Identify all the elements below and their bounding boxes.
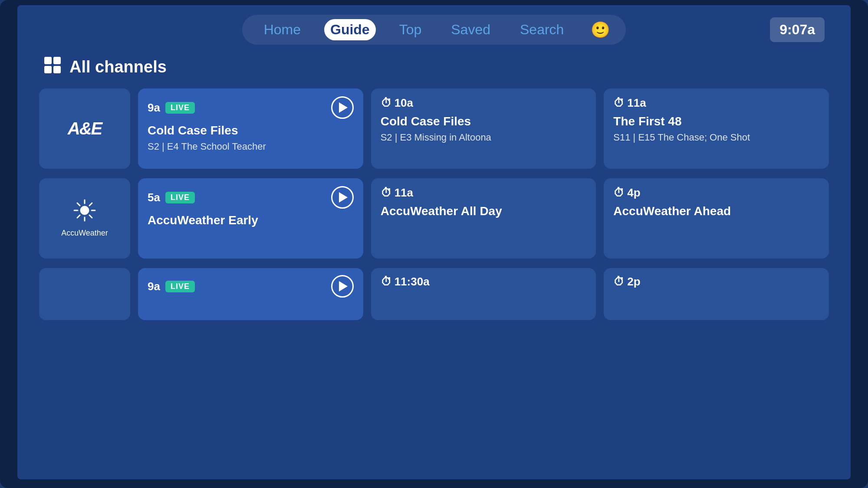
aw-4p-title: AccuWeather Ahead — [613, 204, 819, 219]
svg-rect-2 — [44, 66, 52, 73]
ae-10a-title: Cold Case Files — [381, 114, 587, 129]
aw-11a-time-text: 11a — [395, 186, 413, 200]
aw-play-triangle — [339, 192, 348, 203]
ae-10a-time: ⏱ 10a — [381, 96, 413, 110]
partial-1130a-time-text: 11:30a — [395, 275, 430, 288]
svg-line-12 — [77, 215, 80, 218]
svg-rect-1 — [53, 57, 61, 64]
clock-icon-p1130: ⏱ — [381, 275, 392, 288]
aw-5a-header: 5a LIVE — [148, 186, 354, 209]
aw-5a-time: 5a — [148, 191, 160, 204]
aw-4p-time: ⏱ 4p — [613, 186, 640, 200]
ae-logo-text: A&E — [68, 119, 102, 138]
svg-point-4 — [80, 206, 89, 215]
nav-home[interactable]: Home — [258, 19, 307, 40]
channel-logo-partial[interactable] — [39, 268, 130, 320]
channels-header: All channels — [17, 52, 851, 88]
tv-frame: Home Guide Top Saved Search 🙂 9:07a All … — [0, 0, 868, 488]
ae-program-live[interactable]: 9a LIVE Cold Case Files S2 | E4 The Scho… — [138, 88, 363, 169]
partial-play-triangle — [339, 281, 348, 291]
channel-row-partial: 9a LIVE ⏱ 11:30a — [39, 268, 829, 320]
partial-play-button[interactable] — [331, 275, 354, 298]
ae-program-11a[interactable]: ⏱ 11a The First 48 S11 | E15 The Chase; … — [604, 88, 829, 169]
nav-bar: Home Guide Top Saved Search 🙂 9:07a — [17, 5, 851, 52]
channel-grid: A&E 9a LIVE Cold Case Files S2 | E4 — [17, 88, 851, 320]
channel-logo-accuweather[interactable]: AccuWeather — [39, 178, 130, 259]
ae-live-episode: S2 | E4 The School Teacher — [148, 141, 354, 153]
ae-program-10a[interactable]: ⏱ 10a Cold Case Files S2 | E3 Missing in… — [371, 88, 596, 169]
aw-11a-title: AccuWeather All Day — [381, 204, 587, 219]
nav-top[interactable]: Top — [393, 19, 428, 40]
channel-logo-ae[interactable]: A&E — [39, 88, 130, 169]
accuweather-program-11a[interactable]: ⏱ 11a AccuWeather All Day — [371, 178, 596, 259]
ae-10a-episode: S2 | E3 Missing in Altoona — [381, 131, 587, 144]
ae-play-button[interactable] — [331, 96, 354, 119]
aw-4p-header: ⏱ 4p — [613, 186, 819, 200]
accuweather-label: AccuWeather — [61, 229, 108, 238]
aw-play-button[interactable] — [331, 186, 354, 209]
clock-icon-aw11: ⏱ — [381, 186, 392, 200]
clock-icon-aw4: ⏱ — [613, 186, 625, 200]
aw-5a-title: AccuWeather Early — [148, 213, 354, 228]
partial-program-1130a[interactable]: ⏱ 11:30a — [371, 268, 596, 320]
svg-line-10 — [89, 215, 92, 218]
ae-11a-time-text: 11a — [627, 96, 646, 110]
accuweather-program-5a[interactable]: 5a LIVE AccuWeather Early — [138, 178, 363, 259]
ae-11a-header: ⏱ 11a — [613, 96, 819, 110]
ae-11a-episode: S11 | E15 The Chase; One Shot — [613, 131, 819, 144]
svg-line-9 — [77, 203, 80, 206]
profile-icon[interactable]: 🙂 — [591, 21, 610, 39]
nav-pill: Home Guide Top Saved Search 🙂 — [242, 15, 626, 45]
ae-live-badge: LIVE — [165, 102, 195, 114]
clock-icon-ae10: ⏱ — [381, 96, 392, 110]
clock-icon-ae11: ⏱ — [613, 96, 625, 110]
ae-11a-time: ⏱ 11a — [613, 96, 646, 110]
partial-9a-time: 9a — [148, 280, 160, 293]
aw-11a-header: ⏱ 11a — [381, 186, 587, 200]
svg-rect-0 — [44, 57, 52, 64]
channels-grid-icon — [43, 56, 62, 78]
clock-icon-p2: ⏱ — [613, 275, 625, 288]
partial-program-2p[interactable]: ⏱ 2p — [604, 268, 829, 320]
ae-11a-title: The First 48 — [613, 114, 819, 129]
channel-row-ae: A&E 9a LIVE Cold Case Files S2 | E4 — [39, 88, 829, 169]
partial-program-9a[interactable]: 9a LIVE — [138, 268, 363, 320]
clock-display: 9:07a — [770, 17, 825, 42]
aw-11a-time: ⏱ 11a — [381, 186, 413, 200]
partial-live-badge: LIVE — [165, 281, 195, 292]
svg-line-11 — [89, 203, 92, 206]
accuweather-sun-icon — [73, 199, 96, 226]
partial-9a-header: 9a LIVE — [148, 275, 354, 298]
ae-live-time: 9a — [148, 101, 160, 115]
svg-rect-3 — [53, 66, 61, 73]
nav-saved[interactable]: Saved — [445, 19, 496, 40]
partial-1130a-time: ⏱ 11:30a — [381, 275, 430, 288]
partial-2p-header: ⏱ 2p — [613, 275, 819, 288]
channels-title: All channels — [69, 58, 167, 76]
partial-1130a-header: ⏱ 11:30a — [381, 275, 587, 288]
aw-live-badge: LIVE — [165, 192, 195, 203]
ae-live-header: 9a LIVE — [148, 96, 354, 119]
nav-search[interactable]: Search — [514, 19, 570, 40]
ae-time-live: 9a LIVE — [148, 101, 195, 115]
screen: Home Guide Top Saved Search 🙂 9:07a All … — [17, 5, 851, 479]
partial-2p-time-text: 2p — [627, 275, 640, 288]
ae-10a-time-text: 10a — [395, 96, 413, 110]
play-triangle-icon — [339, 102, 348, 113]
partial-2p-time: ⏱ 2p — [613, 275, 640, 288]
aw-5a-time-live: 5a LIVE — [148, 191, 195, 204]
nav-guide[interactable]: Guide — [324, 19, 376, 40]
ae-10a-header: ⏱ 10a — [381, 96, 587, 110]
ae-live-title: Cold Case Files — [148, 123, 354, 138]
channel-row-accuweather: AccuWeather 5a LIVE AccuWeather Early — [39, 178, 829, 259]
aw-4p-time-text: 4p — [627, 186, 640, 200]
accuweather-program-4p[interactable]: ⏱ 4p AccuWeather Ahead — [604, 178, 829, 259]
partial-9a-time-live: 9a LIVE — [148, 280, 195, 293]
